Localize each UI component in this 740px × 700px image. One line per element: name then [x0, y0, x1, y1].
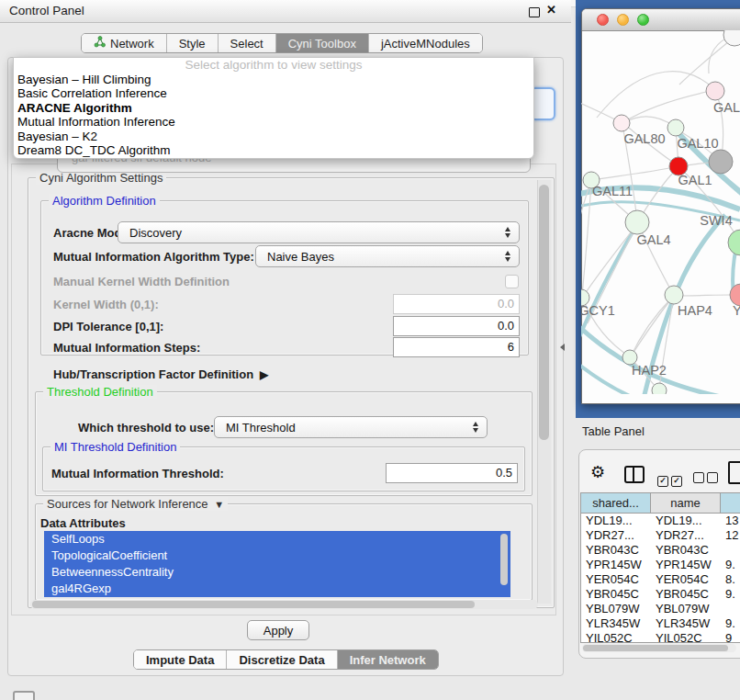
table-cell	[721, 602, 740, 616]
tab-cyni-toolbox[interactable]: Cyni Toolbox	[276, 34, 369, 52]
tab-select[interactable]: Select	[219, 34, 276, 52]
settings-scrollbar-thumb[interactable]	[539, 185, 549, 440]
tab-style[interactable]: Style	[167, 34, 219, 52]
table-cell: YPR145W	[651, 558, 721, 572]
settings-vertical-scrollbar[interactable]	[537, 180, 551, 604]
table-row[interactable]: YBR045CYBR045C9.	[581, 587, 740, 602]
close-traffic-light-icon[interactable]	[597, 14, 609, 26]
algorithm-option[interactable]: Dream8 DC_TDC Algorithm	[14, 143, 533, 157]
table-cell: YER054C	[581, 572, 651, 587]
zoom-traffic-light-icon[interactable]	[637, 14, 649, 26]
gear-icon[interactable]: ⚙	[590, 462, 605, 482]
table-cell: YBL079W	[581, 602, 651, 616]
algorithm-placeholder: Select algorithm to view settings	[14, 58, 533, 73]
algorithm-option[interactable]: ARACNE Algorithm	[14, 101, 533, 115]
column-header-name[interactable]: name	[651, 493, 721, 513]
mi-type-combo[interactable]: Naive Bayes	[255, 245, 520, 267]
node-label: GAL4	[636, 232, 670, 247]
table-horizontal-scrollbar[interactable]	[582, 644, 736, 652]
tab-style-label: Style	[179, 37, 206, 51]
apply-button[interactable]: Apply	[247, 620, 309, 640]
algorithm-option[interactable]: Bayesian – K2	[14, 130, 533, 143]
tab-discretize-data[interactable]: Discretize Data	[227, 650, 337, 669]
node-label: GCY1	[581, 303, 615, 318]
table-cell: 9.	[721, 587, 740, 602]
network-node-gal[interactable]	[706, 82, 724, 100]
attribute-list-item[interactable]: gal4RGexp	[44, 581, 510, 597]
table-row[interactable]: YBL079WYBL079W	[581, 602, 740, 616]
settings-horizontal-scrollbar[interactable]	[30, 600, 538, 609]
float-window-icon[interactable]	[529, 7, 540, 17]
split-columns-icon[interactable]	[624, 466, 645, 483]
network-node[interactable]	[652, 383, 667, 394]
tab-impute-data[interactable]: Impute Data	[134, 650, 227, 669]
network-window-titlebar[interactable]	[582, 9, 740, 31]
table-cell: 9.	[721, 616, 740, 631]
deselect-all-checkboxes-icon[interactable]	[693, 470, 721, 487]
mi-steps-input[interactable]: 6	[393, 337, 520, 357]
sources-title-label: Sources for Network Inference	[47, 497, 208, 511]
sources-group-title[interactable]: Sources for Network Inference ▼	[43, 497, 228, 511]
network-node-gal10[interactable]	[667, 119, 684, 136]
tab-jactivemnodules[interactable]: jActiveMNodules	[369, 34, 482, 52]
algorithm-option[interactable]: Mutual Information Inference	[14, 115, 533, 129]
tab-infer-network[interactable]: Infer Network	[338, 650, 438, 669]
close-icon[interactable]: ✕	[546, 3, 556, 17]
table-panel-title: Table Panel	[582, 424, 645, 438]
aracne-mode-combo[interactable]: Discovery	[118, 221, 520, 243]
algorithm-option[interactable]: Basic Correlation Inference	[14, 86, 533, 100]
expander-right-icon: ▶	[257, 368, 269, 381]
table-cell: 13	[721, 514, 740, 528]
network-node-gal4[interactable]	[625, 210, 649, 234]
table-row[interactable]: YDR27...YDR27...12	[581, 528, 740, 543]
attribute-list-item[interactable]: TopologicalCoefficient	[44, 548, 510, 564]
attribute-list-item[interactable]: SelfLoops	[44, 531, 510, 548]
table-cell: YDL19...	[581, 514, 651, 528]
mi-steps-label: Mutual Information Steps:	[53, 341, 200, 355]
corner-button[interactable]	[13, 691, 35, 700]
data-attributes-label: Data Attributes	[40, 516, 126, 530]
network-node-swi4[interactable]	[728, 230, 740, 255]
table-cell: 9	[721, 631, 740, 643]
node-label: SWI4	[700, 213, 732, 228]
select-all-checkboxes-icon[interactable]: ✓✓	[657, 470, 685, 487]
table-cell: YDL19...	[651, 514, 721, 528]
attributes-list-scrollbar[interactable]	[500, 534, 508, 589]
dpi-tolerance-input[interactable]: 0.0	[393, 316, 520, 336]
hub-definition-label: Hub/Transcription Factor Definition	[53, 367, 253, 381]
manual-kernel-checkbox	[505, 275, 519, 288]
table-row[interactable]: YBR043CYBR043C	[581, 543, 740, 558]
splitter-collapse-icon[interactable]	[560, 344, 565, 351]
table-row[interactable]: YPR145WYPR145W9.	[581, 558, 740, 572]
node-label: Y	[733, 303, 740, 318]
mi-type-value: Naive Bayes	[256, 250, 500, 264]
column-header-cut[interactable]	[721, 493, 740, 513]
column-header-shared-name[interactable]: shared...	[581, 493, 651, 513]
node-attribute-table[interactable]: shared... name YDL19...YDL19...13YDR27..…	[580, 492, 740, 643]
network-canvas[interactable]: GALGAL80GAL10GAL1GAL11GAL4SWI4GCY1HAP4YH…	[581, 30, 740, 394]
hub-definition-expander[interactable]: Hub/Transcription Factor Definition ▶	[53, 367, 268, 381]
network-node[interactable]	[709, 150, 733, 174]
table-cell: YLR345W	[581, 616, 651, 631]
tab-select-label: Select	[230, 37, 263, 51]
table-cell: YDR27...	[651, 528, 721, 543]
minimize-traffic-light-icon[interactable]	[617, 14, 629, 26]
network-node-gal80[interactable]	[613, 115, 630, 131]
stepper-arrows-icon	[500, 227, 515, 238]
which-threshold-combo[interactable]: MI Threshold	[214, 416, 488, 438]
document-icon[interactable]	[728, 461, 740, 484]
tab-network[interactable]: Network	[82, 34, 167, 52]
table-row[interactable]: YER054CYER054C8.	[581, 572, 740, 587]
app-screen: Control Panel ✕ Network Style Select Cyn…	[0, 0, 740, 700]
network-node-hap4[interactable]	[665, 286, 683, 304]
tab-infer-label: Infer Network	[350, 653, 426, 667]
algorithm-option[interactable]: Bayesian – Hill Climbing	[14, 73, 533, 86]
h-scrollbar-thumb[interactable]	[32, 601, 475, 608]
table-row[interactable]: YDL19...YDL19...13	[581, 514, 740, 528]
table-cell: YBR045C	[651, 587, 721, 602]
table-row[interactable]: YIL052CYIL052C9	[581, 631, 740, 643]
attribute-list-item[interactable]: BetweennessCentrality	[44, 564, 510, 581]
tab-cyni-toolbox-label: Cyni Toolbox	[288, 37, 356, 51]
table-row[interactable]: YLR345WYLR345W9.	[581, 616, 740, 631]
mi-threshold-input[interactable]: 0.5	[386, 463, 518, 483]
